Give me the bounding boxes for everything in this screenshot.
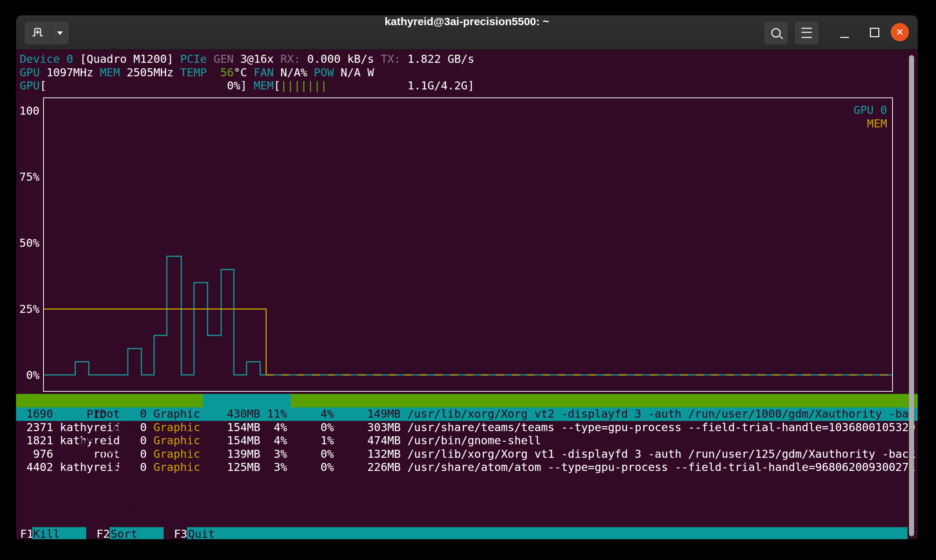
col-user: USER xyxy=(73,421,140,434)
col-mem-pct: MEM xyxy=(73,475,100,488)
terminal-window: kathyreid@3ai-precision5500: ~ xyxy=(16,15,918,539)
utilization-chart xyxy=(43,97,893,392)
col-pid: PID xyxy=(73,408,106,421)
text-segment: PCIe xyxy=(180,52,207,65)
text-segment: 1.822 GB/s xyxy=(407,52,474,65)
minimize-button[interactable] xyxy=(837,21,853,44)
text-segment: N/A W xyxy=(334,66,374,79)
gpu-mem-gauge-line: GPU[ 0%] MEM[||||||| 1.1G/4.2G] xyxy=(20,79,474,93)
legend-gpu0: GPU 0 xyxy=(854,104,887,117)
text-segment: ||||||| xyxy=(281,79,327,92)
text-segment: 1.1G/4.2G] xyxy=(327,79,475,92)
tab-dropdown-button[interactable] xyxy=(51,21,69,45)
col-host-mem: HOST MEM xyxy=(73,502,140,515)
ytick-25: 25% xyxy=(17,303,40,316)
maximize-icon xyxy=(870,28,879,37)
gpu-device-info-line: Device 0 [Quadro M1200] PCIe GEN 3@16x R… xyxy=(20,52,474,66)
close-button[interactable]: ✕ xyxy=(891,23,909,41)
series-1-line xyxy=(44,309,266,375)
ytick-75: 75% xyxy=(17,171,40,184)
text-segment: 56 xyxy=(220,66,234,79)
text-segment: MEM xyxy=(254,79,274,92)
search-button[interactable] xyxy=(763,21,788,45)
text-segment: 1097MHz xyxy=(40,66,100,79)
terminal-content: Device 0 [Quadro M1200] PCIe GEN 3@16x R… xyxy=(16,50,918,539)
col-gpu-mem: GPU xyxy=(73,462,133,475)
ytick-50: 50% xyxy=(17,237,40,250)
new-tab-icon xyxy=(30,25,45,40)
new-tab-button-group xyxy=(24,21,69,45)
text-segment: TEMP xyxy=(180,66,207,79)
text-segment: 2505MHz xyxy=(120,66,180,79)
maximize-button[interactable] xyxy=(867,21,883,44)
text-segment: GEN xyxy=(207,52,240,65)
minimize-icon xyxy=(840,37,849,38)
search-icon xyxy=(771,28,781,38)
text-segment: TX: xyxy=(374,52,407,65)
col-command: Command xyxy=(73,515,126,529)
new-tab-button[interactable] xyxy=(25,21,51,45)
text-segment: Device 0 xyxy=(20,52,73,65)
text-segment: MEM xyxy=(100,66,120,79)
close-icon: ✕ xyxy=(896,27,904,38)
text-segment: N/A% xyxy=(274,66,314,79)
chevron-down-icon xyxy=(57,29,63,37)
text-segment: 0.000 kB/s xyxy=(307,52,374,65)
text-segment: °C xyxy=(234,66,254,79)
text-segment xyxy=(207,66,220,79)
text-segment: GPU xyxy=(20,66,40,79)
chart-legend: GPU 0 MEM xyxy=(854,104,887,130)
ytick-0: 0% xyxy=(17,369,40,382)
col-cpu: CPU xyxy=(73,488,120,502)
text-segment: GPU xyxy=(20,79,40,92)
legend-mem: MEM xyxy=(854,117,887,131)
gpu-clocks-temp-line: GPU 1097MHz MEM 2505MHz TEMP 56°C FAN N/… xyxy=(20,66,374,80)
titlebar: kathyreid@3ai-precision5500: ~ xyxy=(16,15,918,50)
text-segment: 3@16x xyxy=(241,52,274,65)
text-segment: [ 0%] xyxy=(40,79,254,92)
text-segment: [Quadro M1200] xyxy=(73,52,180,65)
text-segment: [ xyxy=(274,79,280,92)
process-table-header: PID USER GPU TYPE GPU MEM CPU HOST MEM C… xyxy=(16,394,918,408)
text-segment: FAN xyxy=(254,66,274,79)
col-gpu: GPU xyxy=(73,434,100,448)
hamburger-menu-icon xyxy=(802,28,812,38)
series-0-line xyxy=(44,256,892,375)
ytick-100: 100 xyxy=(17,105,40,118)
chart-border xyxy=(43,98,893,391)
text-segment: POW xyxy=(314,66,334,79)
menu-button[interactable] xyxy=(794,21,819,45)
text-segment: RX: xyxy=(274,52,307,65)
col-type: TYPE xyxy=(73,448,126,462)
